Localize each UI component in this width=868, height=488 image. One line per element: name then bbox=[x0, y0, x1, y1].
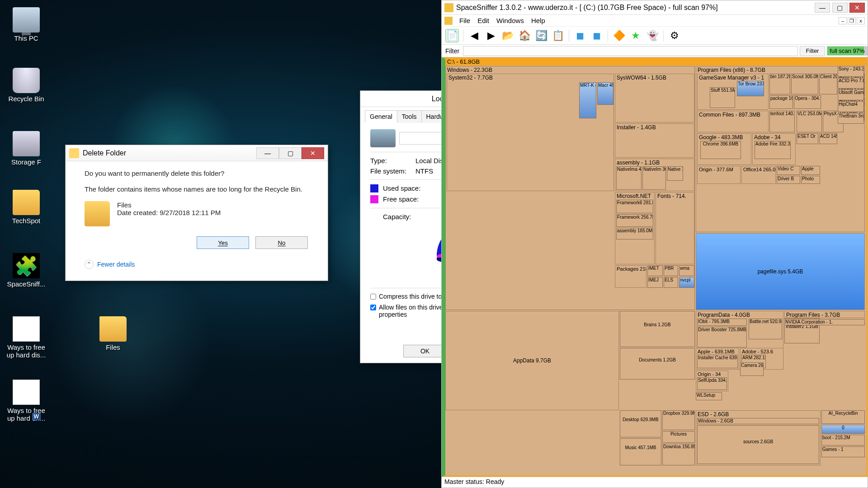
block-fw6[interactable]: Framework6 281.8MB bbox=[616, 200, 653, 213]
desktop-icon-recycle-bin[interactable]: Recycle Bin bbox=[4, 68, 49, 103]
block-ubisoftg[interactable]: Ubisoft Gam bbox=[838, 89, 864, 100]
yes-button[interactable]: Yes bbox=[197, 236, 249, 249]
block-syswow64[interactable]: SysWOW64 - 1.5GB bbox=[615, 74, 694, 122]
block-pics[interactable]: Pictures bbox=[662, 431, 695, 443]
block-fw[interactable]: Framework 256.7MB bbox=[616, 214, 653, 227]
block-installer[interactable]: Installer - 1.4GB bbox=[615, 123, 694, 158]
mdi-minimize-button[interactable]: – bbox=[839, 17, 847, 24]
block-system32[interactable]: System32 - 7.7GB MRT-K 49..3. Macr 49. bbox=[447, 74, 614, 191]
tag-button[interactable]: 🔶 bbox=[612, 29, 626, 42]
block-pagefile[interactable]: pagefile.sys 5.4GB bbox=[696, 233, 865, 310]
block-wlsetup[interactable]: WLSetup bbox=[696, 392, 722, 400]
block-dropbox[interactable]: Dropbox 329.9MB bbox=[662, 410, 695, 430]
maximize-button[interactable]: ▢ bbox=[279, 147, 302, 159]
block-wma[interactable]: wma bbox=[679, 265, 694, 276]
block-videoc[interactable]: Video C bbox=[777, 166, 800, 175]
block-packages[interactable]: Packages 218.7MB bbox=[615, 265, 646, 288]
mdi-close-button[interactable]: x bbox=[857, 17, 865, 24]
block-applem[interactable]: Apple bbox=[801, 166, 820, 175]
block-adobefw[interactable]: Adobe Fire 332.3MB bbox=[755, 141, 791, 159]
block-photo[interactable]: Photo bbox=[801, 176, 820, 184]
desktop-icon-storage-f[interactable]: Storage F bbox=[4, 131, 49, 166]
block-iobit[interactable]: IObit - 795.3MB bbox=[697, 319, 747, 326]
block-docs[interactable]: Documents 1.2GB bbox=[620, 348, 695, 380]
block-common[interactable]: Common Files - 897.3MB bbox=[697, 111, 769, 132]
block-asmb[interactable]: assembly 185.0MB bbox=[616, 228, 653, 239]
desktop-icon-spacesniffer[interactable]: SpaceSniff... bbox=[4, 253, 49, 288]
back-button[interactable]: ◀ bbox=[467, 29, 481, 42]
block-adobe[interactable]: Adobe - 34 Adobe Fire 332.3MB bbox=[752, 133, 796, 165]
block-imet[interactable]: IMET bbox=[647, 265, 663, 276]
block-pbr[interactable]: PBR bbox=[664, 265, 678, 276]
block-brains[interactable]: Brains 1.2GB bbox=[620, 311, 695, 347]
block-scout[interactable]: Scout 305.0MB bbox=[791, 74, 818, 94]
desktop-icon-this-pc[interactable]: This PC bbox=[4, 7, 49, 42]
block-office[interactable]: Office14 265.0MB bbox=[741, 166, 776, 184]
block-driverb[interactable]: Driver B bbox=[777, 176, 800, 184]
block-apple[interactable]: Apple - 639.1MB Installer Cache 639.0MB bbox=[696, 348, 739, 370]
block-chrome[interactable]: Chrome 396.6MB bbox=[700, 141, 741, 159]
block-macr[interactable]: Macr 49. bbox=[597, 82, 613, 105]
desktop-icon-files[interactable]: Files bbox=[90, 316, 136, 351]
more-detail-button[interactable]: ◼ bbox=[590, 29, 604, 42]
close-button[interactable]: ✕ bbox=[849, 3, 865, 13]
mdi-restore-button[interactable]: ❐ bbox=[848, 17, 856, 24]
close-button[interactable]: ✕ bbox=[302, 147, 324, 159]
filter-button[interactable]: Filter bbox=[800, 46, 825, 56]
window-titlebar[interactable]: SpaceSniffer 1.3.0.2 - www.uderzo.it - [… bbox=[442, 0, 868, 15]
export-button[interactable]: 📋 bbox=[551, 29, 565, 42]
block-imej[interactable]: IMEJ bbox=[647, 277, 663, 288]
block-google[interactable]: Google - 483.3MB Chrome 396.6MB bbox=[697, 133, 751, 165]
block-client[interactable]: Client 209.6 bbox=[819, 74, 837, 94]
block-eset[interactable]: ESET Or bbox=[797, 133, 818, 144]
home-button[interactable]: 🏠 bbox=[518, 29, 531, 42]
block-vlc[interactable]: VLC 253.0MB bbox=[797, 111, 822, 132]
desktop-icon-ways1[interactable]: Ways to free up hard dis... bbox=[4, 316, 49, 359]
block-els[interactable]: ELS bbox=[664, 277, 678, 288]
block-acid[interactable]: ACID Pro 7.0 bbox=[838, 78, 864, 89]
block-esd[interactable]: ESD - 2.6GB Windows - 2.6GB sources 2.6G… bbox=[696, 410, 821, 465]
menu-windows[interactable]: Windows bbox=[493, 16, 528, 25]
desktop-icon-techspot[interactable]: TechSpot bbox=[4, 190, 49, 225]
block-instc[interactable]: Installer Cache 639.0MB bbox=[697, 355, 738, 368]
block-music[interactable]: Music 457.1MB bbox=[620, 438, 661, 465]
block-thebrain2[interactable]: TheBrain 3rd bbox=[838, 113, 864, 124]
block-mrt[interactable]: MRT-K 49..3. bbox=[579, 82, 596, 118]
tab-general[interactable]: General bbox=[365, 110, 397, 123]
menu-file[interactable]: File bbox=[456, 16, 474, 25]
ok-button[interactable]: OK bbox=[403, 345, 447, 357]
block-native[interactable]: Native 175.1M bbox=[667, 166, 683, 181]
block-bnet[interactable]: Battle.net 520.9MB bbox=[749, 319, 782, 339]
block-sources[interactable]: sources 2.6GB bbox=[697, 425, 819, 464]
block-appdata[interactable]: AppData 9.7GB bbox=[445, 311, 619, 410]
block-winesd[interactable]: Windows - 2.6GB bbox=[697, 418, 819, 424]
block-torbrow[interactable]: Tor Brow 237.6MB bbox=[737, 81, 764, 96]
block-dl[interactable]: Downloa 156.8MB bbox=[662, 444, 695, 465]
block-msnet[interactable]: Microsoft.NET Framework6 281.8MB Framewo… bbox=[615, 192, 655, 264]
block-bin[interactable]: bin 187.2M bbox=[769, 74, 790, 94]
forward-button[interactable]: ▶ bbox=[484, 29, 498, 42]
maximize-button[interactable]: ▢ bbox=[832, 3, 848, 13]
star-button[interactable]: ★ bbox=[629, 29, 642, 42]
block-opera[interactable]: Opera - 304.9 bbox=[794, 95, 821, 109]
block-airb[interactable]: AI_RecycleBin bbox=[821, 410, 865, 424]
block-assembly[interactable]: assembly - 1.1GB NativeIma 409.9MB Nativ… bbox=[615, 159, 694, 191]
filter-input[interactable] bbox=[463, 46, 798, 56]
menu-edit[interactable]: Edit bbox=[474, 16, 493, 25]
fewer-details-link[interactable]: Fewer details bbox=[85, 260, 309, 269]
block-boot[interactable]: boot - 215.2M bbox=[821, 435, 865, 446]
block-db[interactable]: Driver Booster 725.8MB bbox=[697, 327, 747, 347]
no-button[interactable]: No bbox=[255, 236, 308, 249]
desktop-icon-ways2[interactable]: Ways to free up hard dri... bbox=[4, 380, 49, 422]
block-games[interactable]: Games - 1 bbox=[821, 446, 865, 457]
block-stuff[interactable]: Stuff 551.5MB bbox=[710, 87, 735, 108]
block-pf[interactable]: Program Files - 3.7GB bbox=[784, 311, 865, 318]
block-camera[interactable]: Camera 262.2M bbox=[740, 362, 764, 376]
settings-button[interactable]: ⚙ bbox=[668, 29, 681, 42]
block-windows[interactable]: Windows - 22.3GB System32 - 7.7GB MRT-K … bbox=[445, 66, 695, 310]
root-label[interactable]: C:\ - 61.8GB bbox=[445, 58, 866, 66]
dialog-titlebar[interactable]: Delete Folder — ▢ ✕ bbox=[66, 145, 328, 161]
refresh-button[interactable]: 🔄 bbox=[534, 29, 548, 42]
block-acd[interactable]: ACD 145.1 bbox=[819, 133, 837, 144]
block-zero[interactable]: 0 bbox=[821, 425, 865, 434]
